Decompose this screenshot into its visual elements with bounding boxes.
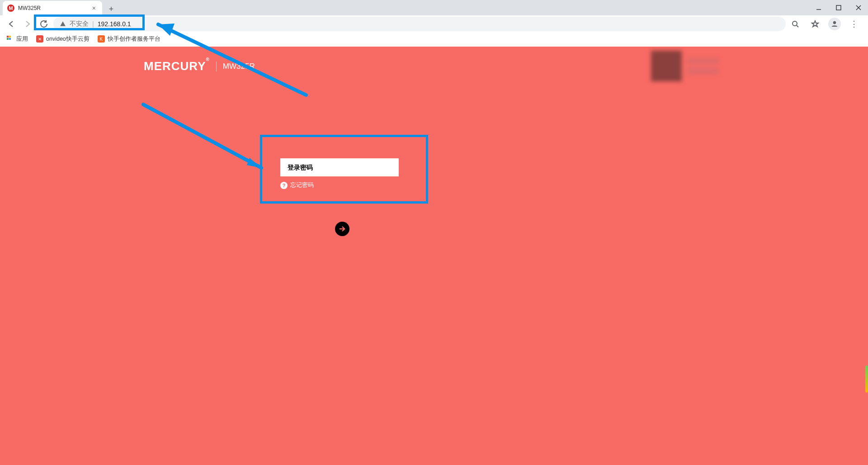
bookmark-favicon-icon: K bbox=[98, 35, 105, 43]
tab-title: MW325R bbox=[18, 5, 41, 11]
question-mark-icon: ? bbox=[280, 182, 288, 189]
svg-rect-11 bbox=[9, 38, 11, 40]
brand-model: MW325R bbox=[223, 62, 255, 71]
tab-favicon: M bbox=[7, 5, 14, 12]
svg-rect-8 bbox=[7, 36, 9, 38]
browser-tab[interactable]: M MW325R × bbox=[3, 1, 102, 15]
bookmark-label: onvideo快手云剪 bbox=[46, 35, 90, 43]
zoom-search-icon[interactable] bbox=[788, 17, 802, 31]
svg-rect-9 bbox=[9, 36, 11, 38]
password-input[interactable] bbox=[288, 164, 392, 171]
browser-toolbar: 不安全 | 192.168.0.1 ⋮ bbox=[0, 15, 868, 33]
scroll-indicator bbox=[865, 365, 868, 393]
bookmark-label: 快手创作者服务平台 bbox=[108, 35, 160, 43]
svg-line-5 bbox=[797, 25, 798, 27]
window-close-icon[interactable] bbox=[854, 3, 863, 13]
chrome-menu-icon[interactable]: ⋮ bbox=[847, 17, 861, 31]
browser-chrome: M MW325R × + bbox=[0, 0, 868, 47]
not-secure-icon bbox=[60, 21, 66, 27]
brand-header: MERCURY® MW325R bbox=[144, 59, 255, 73]
svg-marker-13 bbox=[247, 158, 261, 168]
bookmarks-apps-label: 应用 bbox=[16, 35, 28, 43]
security-label: 不安全 bbox=[70, 20, 89, 28]
svg-marker-6 bbox=[812, 21, 818, 27]
profile-avatar-icon[interactable] bbox=[828, 18, 841, 30]
brand-logo: MERCURY® bbox=[144, 59, 210, 73]
svg-rect-1 bbox=[836, 5, 841, 10]
svg-rect-10 bbox=[7, 38, 9, 40]
window-minimize-icon[interactable] bbox=[814, 3, 824, 13]
password-input-container[interactable] bbox=[280, 158, 399, 176]
url-text: 192.168.0.1 bbox=[98, 20, 131, 28]
router-login-page: MERCURY® MW325R ? 忘记密码 bbox=[0, 47, 868, 465]
annotation-arrow-lower bbox=[0, 47, 868, 465]
forgot-password-link[interactable]: ? 忘记密码 bbox=[280, 181, 314, 189]
svg-point-7 bbox=[833, 21, 836, 24]
nav-reload-button[interactable] bbox=[37, 17, 51, 31]
bookmarks-apps-button[interactable]: 应用 bbox=[6, 35, 28, 43]
window-maximize-icon[interactable] bbox=[834, 3, 844, 13]
nav-forward-button[interactable] bbox=[21, 17, 34, 31]
bookmark-star-icon[interactable] bbox=[808, 17, 822, 31]
tab-strip: M MW325R × + bbox=[0, 0, 868, 15]
forgot-password-label: 忘记密码 bbox=[290, 181, 314, 189]
bookmark-item-kuaishou[interactable]: K 快手创作者服务平台 bbox=[98, 35, 160, 43]
bookmark-favicon-icon: ✕ bbox=[36, 35, 43, 43]
apps-grid-icon bbox=[6, 35, 14, 43]
address-bar[interactable]: 不安全 | 192.168.0.1 bbox=[53, 17, 786, 31]
new-tab-button[interactable]: + bbox=[105, 3, 118, 15]
login-submit-button[interactable] bbox=[335, 222, 349, 236]
user-info-blurred bbox=[651, 50, 728, 82]
bookmarks-bar: 应用 ✕ onvideo快手云剪 K 快手创作者服务平台 bbox=[0, 33, 868, 45]
svg-point-4 bbox=[793, 21, 797, 26]
bookmark-item-onvideo[interactable]: ✕ onvideo快手云剪 bbox=[36, 35, 90, 43]
nav-back-button[interactable] bbox=[5, 17, 18, 31]
omnibox-divider: | bbox=[92, 20, 94, 28]
brand-separator bbox=[216, 62, 217, 71]
tab-close-icon[interactable]: × bbox=[92, 5, 96, 12]
